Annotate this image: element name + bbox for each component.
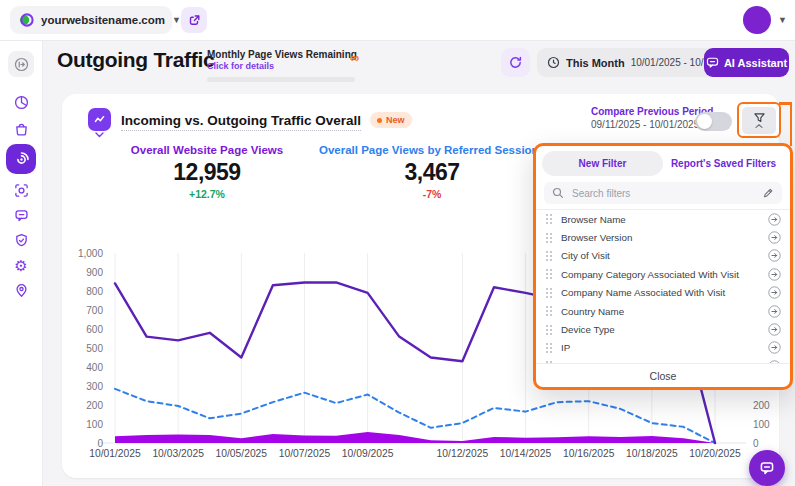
drag-handle-icon[interactable]: [545, 213, 553, 225]
stat-delta: -7%: [312, 188, 552, 200]
search-input[interactable]: [570, 187, 756, 200]
topbar: yourwebsitename.com ▼ ▼: [0, 0, 795, 41]
svg-text:200: 200: [86, 400, 103, 411]
drag-handle-icon[interactable]: [545, 268, 553, 280]
compare-toggle[interactable]: [695, 112, 732, 131]
site-selector[interactable]: yourwebsitename.com ▼: [10, 6, 172, 34]
quota-details-link[interactable]: Click for details: [207, 61, 357, 71]
svg-text:800: 800: [86, 286, 103, 297]
sidebar-item-location[interactable]: [8, 277, 34, 303]
drag-handle-icon[interactable]: [545, 305, 553, 317]
svg-text:100: 100: [753, 419, 770, 430]
arrow-circle-icon[interactable]: [768, 268, 781, 281]
location-icon: [14, 283, 29, 298]
filter-item[interactable]: Browser Name: [536, 210, 790, 228]
chat-bubble-icon: [759, 460, 775, 476]
filter-item[interactable]: Browser Version: [536, 228, 790, 246]
svg-text:10/07/2025: 10/07/2025: [279, 448, 331, 459]
tab-saved-filters[interactable]: Report's Saved Filters: [663, 151, 784, 176]
ai-chat-icon: [706, 56, 719, 69]
compare-label: Compare Previous Period: [591, 106, 713, 117]
svg-text:400: 400: [86, 362, 103, 373]
filter-item-label: IP: [561, 342, 760, 353]
sidebar-item-traffic[interactable]: [6, 144, 36, 174]
close-button[interactable]: Close: [536, 363, 790, 387]
open-site-button[interactable]: [181, 7, 207, 33]
drag-handle-icon[interactable]: [545, 250, 553, 262]
svg-text:0: 0: [97, 438, 103, 449]
filter-item[interactable]: IP: [536, 339, 790, 357]
badge-label: New: [386, 115, 405, 125]
filter-button[interactable]: [742, 107, 776, 134]
svg-text:10/12/2025: 10/12/2025: [437, 448, 489, 459]
sidebar: ⚙: [0, 40, 43, 486]
sidebar-item-chat[interactable]: [8, 202, 34, 228]
arrow-circle-icon[interactable]: [768, 213, 781, 226]
sidebar-item-analytics[interactable]: [8, 89, 34, 115]
site-logo-icon: [18, 12, 34, 28]
commerce-icon: [14, 122, 29, 137]
chevron-down-icon: ▼: [172, 15, 181, 25]
svg-text:1,000: 1,000: [78, 248, 103, 259]
svg-text:300: 300: [86, 381, 103, 392]
sidebar-item-settings[interactable]: ⚙: [8, 252, 34, 278]
filter-item-label: Browser Version: [561, 232, 760, 243]
drag-handle-icon[interactable]: [545, 324, 553, 336]
shield-icon: [14, 233, 29, 248]
stat-delta: +12.7%: [102, 188, 312, 200]
filter-tabs: New Filter Report's Saved Filters: [542, 151, 784, 176]
support-chat-button[interactable]: [749, 450, 785, 486]
traffic-icon: [13, 151, 30, 168]
refresh-button[interactable]: [501, 48, 530, 77]
refresh-icon: [508, 55, 523, 70]
arrow-circle-icon[interactable]: [768, 286, 781, 299]
card-title: Incoming vs. Outgoing Traffic Overall: [121, 113, 361, 131]
clock-icon: [547, 56, 560, 69]
arrow-circle-icon[interactable]: [768, 323, 781, 336]
collapse-icon: [14, 57, 29, 72]
chevron-down-icon[interactable]: [95, 132, 104, 138]
stat-value: 12,959: [102, 159, 312, 186]
arrow-circle-icon[interactable]: [768, 341, 781, 354]
arrow-circle-icon[interactable]: [768, 305, 781, 318]
quota-progress-bar: [207, 77, 355, 82]
svg-text:700: 700: [86, 305, 103, 316]
filter-search: [544, 182, 782, 204]
drag-handle-icon[interactable]: [545, 287, 553, 299]
page-title: Outgoing Traffic: [57, 48, 214, 72]
filter-item-label: Company Name Associated With Visit: [561, 287, 760, 298]
filter-item[interactable]: Country Name: [536, 302, 790, 320]
filter-item[interactable]: City of Visit: [536, 247, 790, 265]
chevron-down-icon[interactable]: ▼: [778, 15, 787, 25]
sidebar-collapse-button[interactable]: [8, 51, 34, 77]
sidebar-item-scan[interactable]: [8, 177, 34, 203]
filter-item[interactable]: Company Category Associated With Visit: [536, 265, 790, 283]
ai-assistant-button[interactable]: AI Assistant: [704, 48, 789, 77]
gear-icon: ⚙: [14, 258, 27, 273]
eraser-icon[interactable]: [762, 187, 774, 199]
analytics-icon: [14, 95, 29, 110]
stat-label: Overall Page Views by Referred Sessions: [312, 144, 552, 156]
scan-icon: [14, 183, 29, 198]
svg-text:10/16/2025: 10/16/2025: [563, 448, 615, 459]
sidebar-item-commerce[interactable]: [8, 116, 34, 142]
filter-item[interactable]: Company Name Associated With Visit: [536, 284, 790, 302]
arrow-circle-icon[interactable]: [768, 231, 781, 244]
chat-icon: [14, 208, 29, 223]
stat-label: Overall Website Page Views: [102, 144, 312, 156]
tab-new-filter[interactable]: New Filter: [542, 151, 663, 176]
period-label: This Month: [566, 57, 625, 69]
svg-text:10/14/2025: 10/14/2025: [500, 448, 552, 459]
drag-handle-icon[interactable]: [545, 232, 553, 244]
sidebar-item-privacy[interactable]: [8, 227, 34, 253]
avatar[interactable]: [743, 6, 771, 34]
svg-text:0: 0: [753, 438, 759, 449]
svg-text:200: 200: [753, 400, 770, 411]
drag-handle-icon[interactable]: [545, 342, 553, 354]
svg-text:10/18/2025: 10/18/2025: [626, 448, 678, 459]
toggle-knob: [697, 114, 712, 129]
filter-item[interactable]: Device Type: [536, 320, 790, 338]
chevron-up-icon: [755, 124, 763, 128]
svg-text:10/01/2025: 10/01/2025: [89, 448, 141, 459]
arrow-circle-icon[interactable]: [768, 249, 781, 262]
